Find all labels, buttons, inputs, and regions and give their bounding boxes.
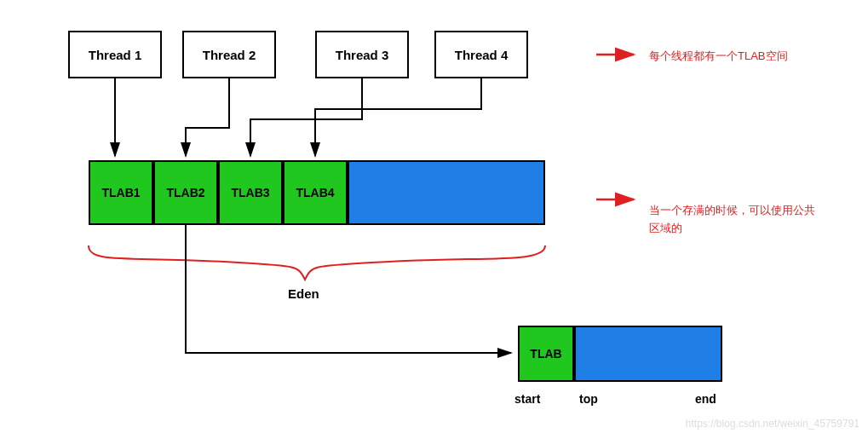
eden-label: Eden <box>288 286 319 301</box>
thread-box-3: Thread 3 <box>315 31 409 78</box>
marker-end: end <box>695 392 716 406</box>
tlab-cell-3: TLAB3 <box>218 160 283 225</box>
thread-label-1: Thread 1 <box>89 48 142 62</box>
tlab-cell-2: TLAB2 <box>153 160 218 225</box>
tlab-label-4: TLAB4 <box>296 186 334 199</box>
watermark: https://blog.csdn.net/weixin_45759791 <box>686 418 859 430</box>
tlab-cell-1: TLAB1 <box>89 160 153 225</box>
eden-brace <box>89 245 545 280</box>
annotation-top: 每个线程都有一个TLAB空间 <box>649 48 788 66</box>
tlab-cell-4: TLAB4 <box>283 160 348 225</box>
marker-start: start <box>514 392 540 406</box>
arrow-thread3-tlab3 <box>250 78 362 156</box>
tlab-label-3: TLAB3 <box>231 186 269 199</box>
thread-label-2: Thread 2 <box>203 48 256 62</box>
tlab-label-2: TLAB2 <box>166 186 204 199</box>
thread-label-4: Thread 4 <box>455 48 509 62</box>
detail-tlab-label: TLAB <box>530 347 561 361</box>
thread-box-1: Thread 1 <box>68 31 162 78</box>
thread-box-2: Thread 2 <box>182 31 276 78</box>
detail-tlab-cell: TLAB <box>518 326 574 382</box>
thread-box-4: Thread 4 <box>434 31 528 78</box>
tlab-label-1: TLAB1 <box>101 186 140 199</box>
eden-shared-region <box>348 160 545 225</box>
arrow-thread2-tlab2 <box>186 78 229 156</box>
arrow-tlab-detail <box>186 225 511 353</box>
marker-top: top <box>579 392 598 406</box>
thread-label-3: Thread 3 <box>336 48 389 62</box>
detail-shared-region <box>574 326 722 382</box>
annotation-mid: 当一个存满的时候，可以使用公共 区域的 <box>649 202 845 238</box>
arrow-thread4-tlab4 <box>315 78 481 156</box>
